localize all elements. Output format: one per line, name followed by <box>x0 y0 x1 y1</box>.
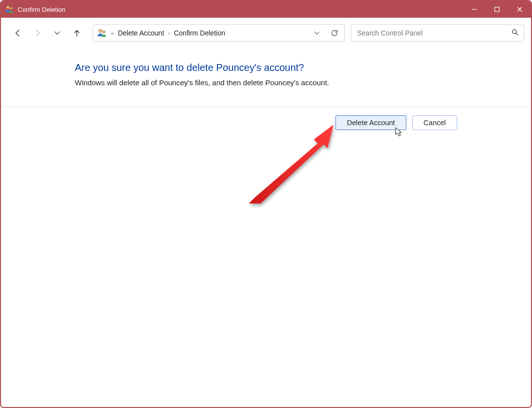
search-box[interactable] <box>351 24 524 42</box>
content-area: Are you sure you want to delete Pouncey'… <box>1 48 531 407</box>
annotation-arrow-icon <box>249 125 337 204</box>
svg-line-9 <box>516 33 518 35</box>
user-accounts-icon <box>97 28 107 38</box>
title-bar: Confirm Deletion <box>1 1 531 18</box>
button-row: Delete Account Cancel <box>1 115 531 130</box>
user-accounts-icon <box>5 5 14 14</box>
minimize-button[interactable] <box>463 1 486 18</box>
window-frame: Confirm Deletion <box>0 0 532 408</box>
page-subtext: Windows will delete all of Pouncey's fil… <box>75 78 531 87</box>
recent-locations-button[interactable] <box>47 23 67 43</box>
back-button[interactable] <box>8 23 28 43</box>
address-bar[interactable]: « Delete Account › Confirm Deletion <box>93 24 345 42</box>
svg-point-6 <box>99 29 102 33</box>
up-button[interactable] <box>67 23 87 43</box>
close-button[interactable] <box>508 1 531 18</box>
svg-point-7 <box>102 31 105 33</box>
window-title: Confirm Deletion <box>18 6 463 13</box>
search-icon[interactable] <box>511 29 519 37</box>
svg-rect-3 <box>495 7 499 12</box>
address-dropdown-button[interactable] <box>310 26 324 40</box>
svg-marker-10 <box>249 125 333 204</box>
search-input[interactable] <box>356 29 511 37</box>
navigation-toolbar: « Delete Account › Confirm Deletion <box>1 18 531 48</box>
svg-point-1 <box>10 7 12 10</box>
breadcrumb-segment-confirm-deletion[interactable]: Confirm Deletion <box>174 29 225 37</box>
breadcrumb-overflow-icon[interactable]: « <box>111 30 114 36</box>
maximize-button[interactable] <box>486 1 508 18</box>
forward-button[interactable] <box>28 23 47 43</box>
chevron-right-icon: › <box>168 30 170 36</box>
cancel-button[interactable]: Cancel <box>412 115 457 130</box>
svg-point-0 <box>6 6 9 9</box>
breadcrumb-segment-delete-account[interactable]: Delete Account <box>118 29 164 37</box>
delete-account-button[interactable]: Delete Account <box>335 115 406 130</box>
refresh-button[interactable] <box>328 26 341 40</box>
page-heading: Are you sure you want to delete Pouncey'… <box>75 62 531 73</box>
section-divider <box>1 106 531 107</box>
